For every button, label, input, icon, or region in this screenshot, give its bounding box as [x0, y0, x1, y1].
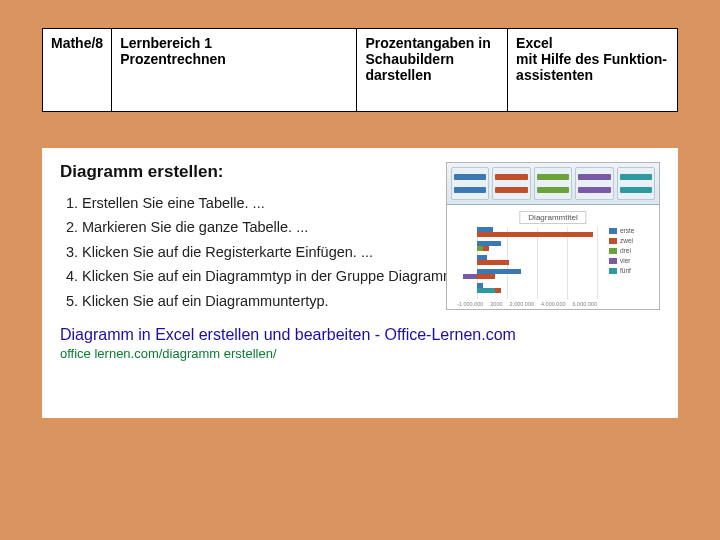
x-tick: 4.000.000: [541, 301, 565, 307]
legend-label: erste: [620, 227, 634, 234]
chart-x-labels: -1.000.000 2000 2.000.000 4.000.000 6.00…: [457, 301, 597, 307]
header-area-line1: Lernbereich 1: [120, 35, 212, 51]
header-tool-line3: assistenten: [516, 67, 593, 83]
x-tick: 6.000.000: [573, 301, 597, 307]
chart-title: Diagrammtitel: [519, 211, 586, 224]
excel-ribbon: [447, 163, 659, 205]
chart-bars: [457, 227, 597, 299]
legend-swatch: [609, 248, 617, 254]
chart-legend: erste zwei drei vier fünf: [609, 227, 655, 277]
result-link-url[interactable]: office lernen.com/diagramm erstellen/: [60, 346, 660, 361]
ribbon-group: [534, 167, 572, 200]
header-tool-line2: mit Hilfe des Funktion-: [516, 51, 667, 67]
bar-row: [457, 255, 597, 265]
header-tool-line1: Excel: [516, 35, 553, 51]
legend-label: drei: [620, 247, 631, 254]
search-result-card: Diagramm erstellen: Erstellen Sie eine T…: [42, 148, 678, 418]
x-tick: 2.000.000: [510, 301, 534, 307]
header-area-line2: Prozentrechnen: [120, 51, 226, 67]
ribbon-group: [617, 167, 655, 200]
bar-row: [457, 269, 597, 279]
legend-swatch: [609, 258, 617, 264]
header-table: Mathe/8 Lernbereich 1 Prozentrechnen Pro…: [42, 28, 678, 112]
header-cell-subject: Mathe/8: [43, 29, 112, 112]
legend-swatch: [609, 268, 617, 274]
header-cell-tool: Excel mit Hilfe des Funktion- assistente…: [508, 29, 678, 112]
bar-row: [457, 227, 597, 237]
legend-label: zwei: [620, 237, 633, 244]
chart-area: Diagrammtitel erste zwei drei vier fünf: [447, 205, 659, 309]
legend-label: fünf: [620, 267, 631, 274]
bar-row: [457, 283, 597, 293]
legend-label: vier: [620, 257, 630, 264]
ribbon-group: [492, 167, 530, 200]
x-tick: -1.000.000: [457, 301, 483, 307]
ribbon-group: [575, 167, 613, 200]
result-link-title[interactable]: Diagramm in Excel erstellen und bearbeit…: [60, 326, 660, 344]
bar-row: [457, 241, 597, 251]
legend-swatch: [609, 238, 617, 244]
header-cell-area: Lernbereich 1 Prozentrechnen: [112, 29, 357, 112]
legend-swatch: [609, 228, 617, 234]
excel-thumbnail: Diagrammtitel erste zwei drei vier fünf: [446, 162, 660, 310]
header-cell-topic: Prozentangaben in Schaubildern darstelle…: [357, 29, 508, 112]
ribbon-group: [451, 167, 489, 200]
x-tick: 2000: [490, 301, 502, 307]
